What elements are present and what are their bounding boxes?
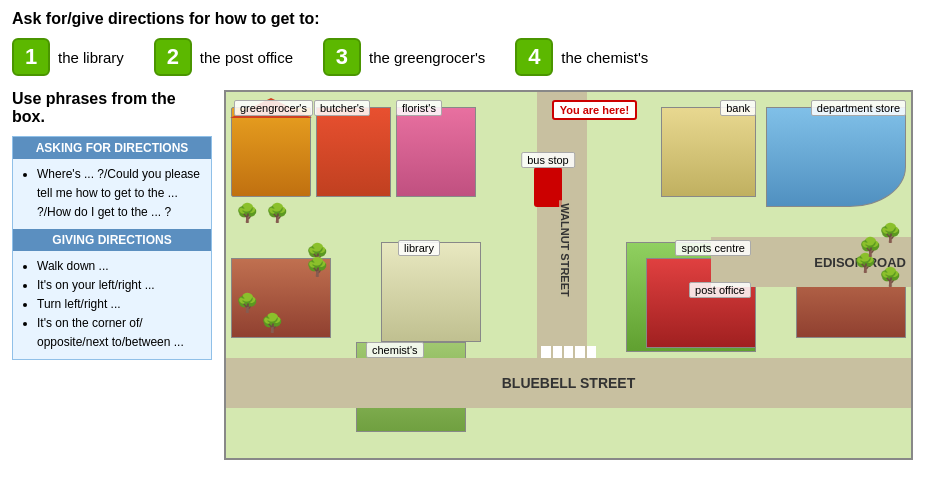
badge-3: 3: [323, 38, 361, 76]
tree-8: [859, 236, 881, 258]
asking-box: ASKING FOR DIRECTIONS Where's ... ?/Coul…: [12, 136, 212, 360]
building-florist: [396, 107, 476, 197]
label-sports-centre: sports centre: [675, 240, 751, 256]
numbered-item-1: 1 the library: [12, 38, 124, 76]
main-content: Use phrases from the box. ASKING FOR DIR…: [12, 90, 913, 460]
giving-list: Walk down ... It's on your left/right ..…: [13, 251, 211, 359]
building-greengrocer: [231, 107, 311, 197]
tree-1: [236, 202, 258, 224]
label-butcher: butcher's: [314, 100, 370, 116]
building-dept-store: [766, 107, 906, 207]
asking-list: Where's ... ?/Could you please tell me h…: [13, 159, 211, 229]
crosswalk: [541, 346, 596, 358]
giving-header: GIVING DIRECTIONS: [13, 229, 211, 251]
item-label-4: the chemist's: [561, 49, 648, 66]
label-florist: florist's: [396, 100, 442, 116]
tree-10: [306, 256, 328, 278]
badge-4: 4: [515, 38, 553, 76]
use-phrases-label: Use phrases from the box.: [12, 90, 212, 126]
tree-2: [266, 202, 288, 224]
numbered-item-2: 2 the post office: [154, 38, 293, 76]
building-bank: [661, 107, 756, 197]
tree-4: [261, 312, 283, 334]
label-chemist: chemist's: [366, 342, 424, 358]
you-are-here-label: You are here!: [552, 100, 638, 120]
tree-3: [236, 292, 258, 314]
map-scene: BLUEBELL STREET EDISON ROAD WALNUT STREE…: [226, 92, 911, 408]
giving-phrase-2: It's on your left/right ...: [37, 276, 201, 295]
left-panel: Use phrases from the box. ASKING FOR DIR…: [12, 90, 212, 460]
giving-phrase-4: It's on the corner of/ opposite/next to/…: [37, 314, 201, 352]
giving-phrase-1: Walk down ...: [37, 257, 201, 276]
label-library: library: [398, 240, 440, 256]
item-label-3: the greengrocer's: [369, 49, 485, 66]
label-post-office: post office: [689, 282, 751, 298]
building-butcher: [316, 107, 391, 197]
numbered-item-4: 4 the chemist's: [515, 38, 648, 76]
badge-2: 2: [154, 38, 192, 76]
building-library: [381, 242, 481, 342]
label-greengrocer: greengrocer's: [234, 100, 313, 116]
numbered-items-row: 1 the library 2 the post office 3 the gr…: [12, 38, 913, 76]
badge-1: 1: [12, 38, 50, 76]
crosswalk-stripe: [564, 346, 573, 358]
label-dept-store: department store: [811, 100, 906, 116]
bus: [534, 167, 562, 207]
bluebell-street: BLUEBELL STREET: [226, 358, 911, 408]
walnut-label: WALNUT STREET: [559, 200, 571, 300]
item-label-1: the library: [58, 49, 124, 66]
crosswalk-stripe: [553, 346, 562, 358]
crosswalk-stripe: [541, 346, 550, 358]
item-label-2: the post office: [200, 49, 293, 66]
asking-phrase-1: Where's ... ?/Could you please tell me h…: [37, 165, 201, 223]
crosswalk-stripe: [587, 346, 596, 358]
bluebell-label: BLUEBELL STREET: [502, 375, 636, 391]
label-bank: bank: [720, 100, 756, 116]
crosswalk-stripe: [575, 346, 584, 358]
tree-7: [879, 266, 901, 288]
instruction-title: Ask for/give directions for how to get t…: [12, 10, 913, 28]
asking-header: ASKING FOR DIRECTIONS: [13, 137, 211, 159]
giving-phrase-3: Turn left/right ...: [37, 295, 201, 314]
tree-5: [879, 222, 901, 244]
numbered-item-3: 3 the greengrocer's: [323, 38, 485, 76]
label-bus-stop: bus stop: [521, 152, 575, 168]
map-container: BLUEBELL STREET EDISON ROAD WALNUT STREE…: [224, 90, 913, 460]
